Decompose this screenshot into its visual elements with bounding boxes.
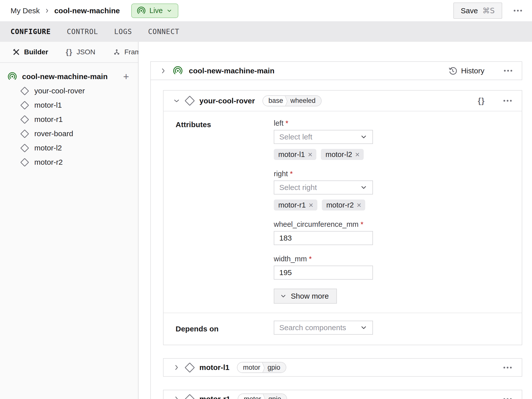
live-status-dropdown[interactable]: Live — [131, 4, 178, 18]
depends-on-heading: Depends on — [176, 321, 274, 335]
save-shortcut: ⌘S — [482, 6, 495, 15]
topbar-overflow-menu[interactable] — [511, 7, 524, 14]
wheel-circumference-input[interactable] — [274, 231, 373, 245]
sidebar: Builder {} JSON Frame — [0, 42, 139, 399]
collapse-chevron-icon[interactable] — [173, 97, 180, 104]
left-motor-chips: motor-l1 × motor-l2 × — [274, 149, 373, 160]
show-more-button[interactable]: Show more — [274, 289, 337, 304]
component-diamond-icon — [20, 143, 29, 152]
field-label-left: left* — [274, 118, 373, 127]
tree-item-motor-l1[interactable]: motor-l1 — [22, 100, 129, 110]
select-left[interactable]: Select left — [274, 130, 373, 144]
component-diamond-icon — [20, 158, 29, 166]
rover-attributes-section: Attributes left* Select left motor-l1 — [164, 111, 522, 313]
rover-card-title: your-cool-rover — [199, 97, 255, 105]
braces-icon: {} — [66, 48, 72, 56]
expand-chevron-icon[interactable] — [160, 67, 167, 74]
top-bar: My Desk cool-new-machine Live Save ⌘S — [0, 0, 532, 21]
machine-live-icon — [173, 66, 183, 76]
chevron-down-icon — [166, 8, 172, 14]
component-diamond-icon — [185, 394, 195, 399]
rover-overflow-menu[interactable] — [501, 97, 514, 104]
part-overflow-menu[interactable] — [501, 67, 515, 74]
view-tab-json[interactable]: {} JSON — [66, 48, 95, 56]
tree-item-motor-r2[interactable]: motor-r2 — [22, 157, 129, 167]
tree-item-motor-l2[interactable]: motor-l2 — [22, 143, 129, 153]
component-diamond-icon — [20, 101, 29, 109]
select-right[interactable]: Select right — [274, 180, 373, 194]
chevron-down-icon — [280, 293, 287, 300]
field-label-right: right* — [274, 169, 373, 178]
live-label: Live — [149, 7, 163, 15]
attributes-heading: Attributes — [176, 118, 274, 304]
motor-l1-overflow-menu[interactable] — [501, 364, 514, 371]
remove-chip-icon[interactable]: × — [357, 201, 361, 209]
required-asterisk: * — [309, 255, 312, 263]
breadcrumb-my-desk[interactable]: My Desk — [11, 7, 40, 15]
tree-item-your-cool-rover[interactable]: your-cool-rover — [22, 86, 129, 96]
history-button[interactable]: History — [448, 66, 484, 75]
motor-l1-title: motor-l1 — [199, 363, 229, 372]
component-diamond-icon — [20, 86, 29, 95]
part-header-card: cool-new-machine-main History — [150, 61, 522, 80]
expand-chevron-icon[interactable] — [173, 395, 180, 399]
tree-item-rover-board[interactable]: rover-board — [22, 128, 129, 139]
part-group: cool-new-machine-main History — [150, 61, 522, 399]
width-input[interactable] — [274, 266, 373, 280]
config-panel: cool-new-machine-main History — [139, 42, 532, 399]
remove-chip-icon[interactable]: × — [308, 151, 312, 158]
tab-configure[interactable]: CONFIGURE — [11, 28, 51, 36]
required-asterisk: * — [286, 119, 288, 127]
save-button[interactable]: Save ⌘S — [453, 3, 502, 19]
tree-root-label: cool-new-machine-main — [22, 72, 108, 81]
history-clock-icon — [448, 66, 457, 75]
edit-json-button[interactable]: {} — [478, 96, 485, 105]
main-tab-bar: CONFIGURE CONTROL LOGS CONNECT — [0, 21, 532, 42]
field-label-wheel-circumference: wheel_circumference_mm* — [274, 220, 373, 229]
motor-r1-title: motor-r1 — [199, 395, 230, 399]
tab-control[interactable]: CONTROL — [67, 28, 98, 36]
rover-card-header: your-cool-rover base wheeled {} — [164, 91, 522, 111]
remove-chip-icon[interactable]: × — [309, 201, 313, 209]
badge-divider — [285, 96, 288, 106]
view-tab-json-label: JSON — [77, 48, 95, 56]
component-card-motor-r1: motor-r1 motor gpio — [163, 390, 522, 399]
tree-item-motor-r1[interactable]: motor-r1 — [22, 114, 129, 125]
tools-icon — [13, 48, 20, 56]
select-caret-icon — [360, 184, 367, 191]
part-title: cool-new-machine-main — [189, 67, 275, 75]
breadcrumb-machine-name: cool-new-machine — [54, 7, 120, 15]
badge-divider — [262, 362, 265, 373]
component-type-badge: motor gpio — [238, 393, 287, 399]
expand-chevron-icon[interactable] — [173, 364, 180, 371]
select-caret-icon — [360, 133, 367, 141]
field-label-width: width_mm* — [274, 254, 373, 263]
machine-live-icon — [137, 6, 146, 15]
component-diamond-icon — [185, 362, 195, 372]
component-card-your-cool-rover: your-cool-rover base wheeled {} Attribut… — [163, 90, 522, 345]
tab-logs[interactable]: LOGS — [114, 28, 132, 36]
component-diamond-icon — [20, 115, 29, 124]
machine-live-icon — [8, 72, 17, 81]
motor-r1-overflow-menu[interactable] — [501, 396, 514, 399]
required-asterisk: * — [290, 170, 293, 178]
component-type-badge: motor gpio — [237, 362, 286, 373]
badge-divider — [262, 394, 266, 399]
chip-motor-l1: motor-l1 × — [274, 149, 316, 160]
machine-tree: cool-new-machine-main + your-cool-rover … — [0, 63, 138, 167]
chip-motor-l2: motor-l2 × — [321, 149, 363, 160]
depends-on-select[interactable]: Search components — [274, 321, 373, 335]
chip-motor-r1: motor-r1 × — [274, 200, 317, 211]
frame-axes-icon — [113, 48, 120, 56]
add-component-button[interactable]: + — [123, 72, 129, 82]
remove-chip-icon[interactable]: × — [355, 151, 360, 158]
view-tab-builder-label: Builder — [24, 48, 48, 56]
view-tab-builder[interactable]: Builder — [13, 48, 48, 56]
tab-connect[interactable]: CONNECT — [148, 28, 179, 36]
component-type-badge: base wheeled — [262, 95, 322, 106]
component-diamond-icon — [20, 129, 29, 138]
tree-root-part[interactable]: cool-new-machine-main + — [8, 71, 129, 82]
right-motor-chips: motor-r1 × motor-r2 × — [274, 200, 373, 211]
required-asterisk: * — [360, 220, 363, 229]
content-area: Builder {} JSON Frame — [0, 42, 532, 399]
